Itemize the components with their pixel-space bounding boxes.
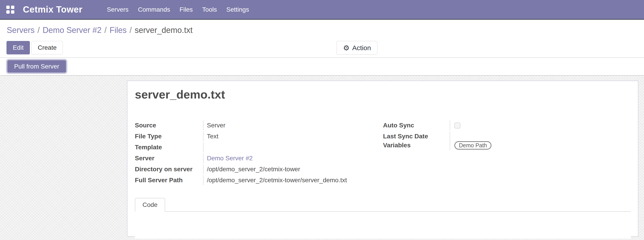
- field-row-last-sync-date: Last Sync Date: [383, 131, 621, 140]
- breadcrumb-separator: /: [126, 25, 135, 35]
- form-buttons: Edit Create: [6, 41, 63, 54]
- edit-button[interactable]: Edit: [6, 41, 30, 54]
- auto-sync-checkbox[interactable]: [454, 122, 460, 128]
- action-button[interactable]: ⚙ Action: [336, 41, 378, 55]
- apps-grid-icon[interactable]: [6, 5, 14, 14]
- record-title: server_demo.txt: [135, 88, 225, 101]
- control-panel: Servers/Demo Server #2/Files/server_demo…: [0, 20, 644, 58]
- field-row-full-path: Full Server Path /opt/demo_server_2/cetm…: [135, 175, 377, 186]
- form-background: server_demo.txt Source Server File Type …: [0, 76, 644, 240]
- field-value-source: Server: [204, 120, 225, 130]
- tab-code-content: [135, 212, 631, 239]
- pull-from-server-button[interactable]: Pull from Server: [8, 60, 66, 73]
- create-button[interactable]: Create: [32, 41, 63, 54]
- field-label-source: Source: [135, 120, 204, 130]
- breadcrumb-separator: /: [34, 25, 43, 35]
- field-value-last-sync-date: [450, 131, 454, 134]
- field-row-auto-sync: Auto Sync: [383, 120, 621, 131]
- tab-code[interactable]: Code: [135, 198, 165, 212]
- form-sheet: server_demo.txt Source Server File Type …: [127, 81, 638, 237]
- field-row-directory: Directory on server /opt/demo_server_2/c…: [135, 164, 377, 175]
- breadcrumb-files[interactable]: Files: [110, 25, 126, 35]
- statusbar: Pull from Server: [0, 58, 644, 76]
- field-label-directory: Directory on server: [135, 164, 204, 174]
- top-navbar: Cetmix Tower Servers Commands Files Tool…: [0, 0, 644, 20]
- field-group-left: Source Server File Type Text Template Se…: [135, 120, 377, 186]
- field-value-file-type: Text: [204, 131, 218, 141]
- field-group-right: Auto Sync Last Sync Date Variables Demo …: [383, 120, 621, 151]
- notebook-tabs: Code: [135, 198, 631, 212]
- breadcrumb-separator: /: [102, 25, 110, 35]
- field-row-server: Server Demo Server #2: [135, 153, 377, 164]
- field-value-directory: /opt/demo_server_2/cetmix-tower: [204, 164, 300, 174]
- menu-files[interactable]: Files: [175, 0, 198, 19]
- menu-tools[interactable]: Tools: [198, 0, 222, 19]
- breadcrumb-servers[interactable]: Servers: [7, 25, 34, 35]
- breadcrumb-demo-server[interactable]: Demo Server #2: [43, 25, 102, 35]
- gear-icon: ⚙: [343, 44, 350, 51]
- field-label-last-sync-date: Last Sync Date: [383, 131, 450, 141]
- field-row-file-type: File Type Text: [135, 131, 377, 142]
- breadcrumb-current: server_demo.txt: [135, 25, 192, 35]
- field-label-server: Server: [135, 153, 204, 163]
- main-menu: Servers Commands Files Tools Settings: [102, 0, 254, 19]
- menu-servers[interactable]: Servers: [102, 0, 133, 19]
- field-label-variables: Variables: [383, 140, 450, 150]
- field-label-template: Template: [135, 142, 204, 152]
- field-value-template: [204, 142, 207, 145]
- breadcrumb: Servers/Demo Server #2/Files/server_demo…: [7, 25, 192, 35]
- server-link[interactable]: Demo Server #2: [207, 155, 253, 162]
- field-row-template: Template: [135, 142, 377, 153]
- app-brand[interactable]: Cetmix Tower: [23, 4, 82, 14]
- notebook: Code: [135, 198, 631, 239]
- field-row-source: Source Server: [135, 120, 377, 131]
- field-label-file-type: File Type: [135, 131, 204, 141]
- app-window: Cetmix Tower Servers Commands Files Tool…: [0, 0, 644, 240]
- action-button-label: Action: [352, 44, 371, 52]
- field-label-full-path: Full Server Path: [135, 175, 204, 185]
- field-value-full-path: /opt/demo_server_2/cetmix-tower/server_d…: [204, 175, 347, 185]
- variable-tag-demo-path: Demo Path: [454, 141, 492, 149]
- menu-commands[interactable]: Commands: [133, 0, 175, 19]
- field-row-variables: Variables Demo Path: [383, 140, 621, 151]
- field-label-auto-sync: Auto Sync: [383, 120, 450, 130]
- menu-settings[interactable]: Settings: [222, 0, 254, 19]
